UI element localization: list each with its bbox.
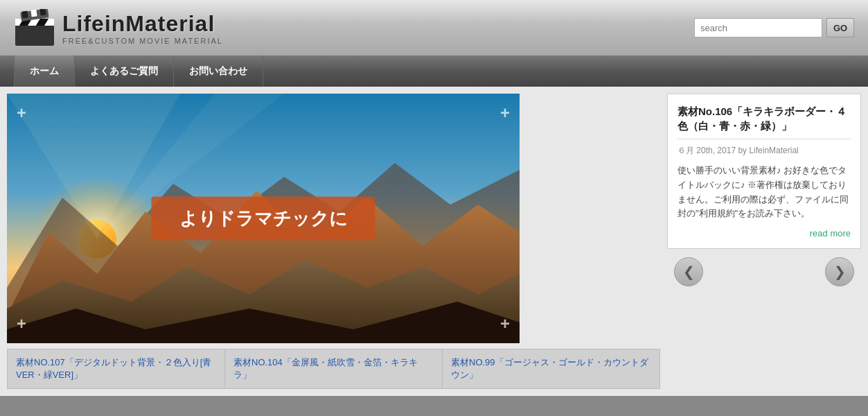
post-title: 素材No.106「キラキラボーダー・４色（白・青・赤・緑）」: [677, 104, 851, 139]
logo-subtitle: FREE&CUSTOM MOVIE MATERIAL: [62, 37, 223, 45]
nav-item-home[interactable]: ホーム: [14, 55, 75, 87]
logo-title: LifeinMaterial: [62, 11, 223, 37]
bottom-card-2[interactable]: 素材NO.99「ゴージャス・ゴールド・カウントダウン」: [442, 349, 660, 389]
bottom-card-link-2[interactable]: 素材NO.99「ゴージャス・ゴールド・カウントダウン」: [451, 357, 648, 380]
nav-item-contact[interactable]: お問い合わせ: [174, 55, 263, 87]
bottom-card-0[interactable]: 素材NO.107「デジタルドット背景・２色入り[青VER・緑VER]」: [7, 349, 224, 389]
logo-text: LifeinMaterial FREE&CUSTOM MOVIE MATERIA…: [62, 11, 223, 45]
header: LifeinMaterial FREE&CUSTOM MOVIE MATERIA…: [0, 0, 868, 55]
sidebar: 素材No.106「キラキラボーダー・４色（白・青・赤・緑）」 ６月 20th, …: [667, 94, 861, 389]
svg-rect-9: [30, 9, 37, 17]
sidebar-pagination: ❮ ❯: [667, 257, 861, 286]
search-input[interactable]: [694, 18, 822, 37]
next-arrow[interactable]: ❯: [825, 257, 854, 286]
logo-area: LifeinMaterial FREE&CUSTOM MOVIE MATERIA…: [14, 9, 694, 47]
clapboard-icon: [14, 9, 55, 47]
prev-arrow[interactable]: ❮: [674, 257, 703, 286]
bottom-card-link-0[interactable]: 素材NO.107「デジタルドット背景・２色入り[青VER・緑VER]」: [16, 357, 211, 380]
main: + + + + よりドラマチックに 素材NO.107「デジタルドット背景・２色入…: [0, 87, 868, 396]
post-body: 使い勝手のいい背景素材♪ お好きな色でタイトルバックに♪ ※著作権は放棄しており…: [677, 164, 851, 221]
slide-corner-tr[interactable]: +: [500, 103, 510, 123]
center-area: + + + + よりドラマチックに 素材NO.107「デジタルドット背景・２色入…: [7, 94, 660, 389]
nav-item-faq[interactable]: よくあるご質問: [75, 55, 174, 87]
svg-rect-10: [39, 9, 46, 16]
slide-corner-tl[interactable]: +: [17, 103, 26, 123]
slideshow: + + + + よりドラマチックに: [7, 94, 520, 343]
sidebar-post: 素材No.106「キラキラボーダー・４色（白・青・赤・緑）」 ６月 20th, …: [667, 94, 861, 249]
bottom-cards: 素材NO.107「デジタルドット背景・２色入り[青VER・緑VER]」 素材NO…: [7, 349, 660, 389]
search-area: GO: [694, 18, 854, 37]
post-date: ６月 20th, 2017 by LifeinMaterial: [677, 145, 851, 157]
bottom-card-1[interactable]: 素材NO.104「金屏風・紙吹雪・金箔・キラキラ」: [224, 349, 442, 389]
slide-overlay-text: よりドラマチックに: [152, 197, 375, 241]
slide-corner-br[interactable]: +: [500, 314, 510, 333]
slide-corner-bl[interactable]: +: [17, 314, 26, 333]
read-more-link[interactable]: read more: [677, 228, 851, 239]
go-button[interactable]: GO: [826, 18, 854, 37]
svg-rect-8: [21, 10, 28, 18]
nav: ホーム よくあるご質問 お問い合わせ: [0, 55, 868, 87]
bottom-card-link-1[interactable]: 素材NO.104「金屏風・紙吹雪・金箔・キラキラ」: [233, 357, 418, 380]
